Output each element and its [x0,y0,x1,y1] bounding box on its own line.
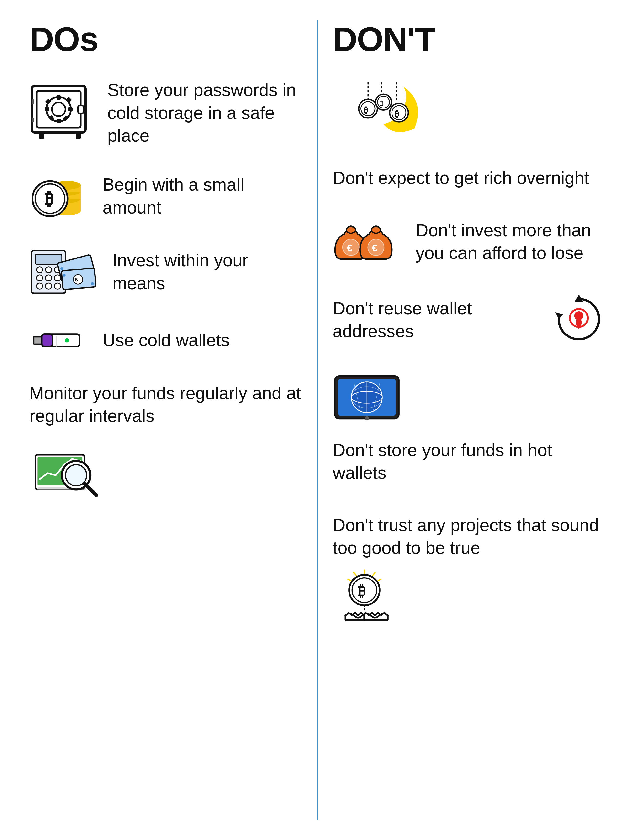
chart-magnifier-icon [29,437,102,501]
safe-icon [29,84,93,142]
svg-line-94 [378,579,381,581]
svg-rect-4 [57,95,61,100]
dont-item-reuse-wallet: Don't reuse wallet addresses [332,292,606,346]
dont-item-invest-more: € € Don't invest more than you can affor… [332,214,606,268]
svg-point-3 [52,103,65,116]
dont-item-reuse-wallet-text: Don't reuse wallet addresses [332,292,537,343]
svg-rect-12 [78,106,84,114]
dos-item-monitor: Monitor your funds regularly and at regu… [29,382,303,501]
svg-rect-7 [68,107,72,111]
svg-point-68 [378,96,389,108]
svg-point-44 [73,275,83,285]
dont-item-rich-overnight-text: Don't expect to get rich overnight [332,162,589,189]
svg-text:€: € [372,242,378,254]
dos-item-cold-wallets-text: Use cold wallets [102,329,230,352]
svg-point-54 [65,338,69,342]
donts-title: DON'T [332,19,606,59]
svg-rect-51 [42,334,52,346]
calculator-icon: € € [29,245,98,299]
main-container: DOs [0,0,635,840]
svg-text:₿: ₿ [364,106,368,114]
dos-item-small-amount-text: Begin with a small amount [102,173,303,219]
svg-line-60 [85,484,96,495]
svg-point-30 [46,267,52,273]
dont-item-too-good-text: Don't trust any projects that sound too … [332,509,606,559]
dont-item-invest-more-text: Don't invest more than you can afford to… [416,214,606,265]
svg-point-37 [54,283,61,289]
svg-point-71 [392,106,406,120]
svg-rect-5 [57,119,61,123]
svg-text:₿: ₿ [395,109,399,118]
svg-point-65 [361,102,375,116]
tablet-globe-icon [332,370,401,424]
svg-text:₿: ₿ [45,189,54,208]
svg-point-91 [365,416,369,420]
svg-rect-28 [35,254,62,264]
svg-rect-16 [32,118,34,122]
dont-item-too-good: Don't trust any projects that sound too … [332,509,606,628]
dont-item-rich-overnight: ₿ ₿ ₿ Don't expect to get rich overnight [332,79,606,189]
dont-item-hot-wallets: Don't store your funds in hot wallets [332,370,606,485]
usb-icon [29,323,88,357]
svg-point-35 [37,283,43,289]
svg-line-96 [348,579,350,581]
svg-point-76 [372,227,381,233]
svg-rect-15 [32,99,34,104]
dos-item-invest-means: € € Invest within your means [29,245,303,299]
svg-point-33 [46,275,52,281]
dos-item-cold-wallets: Use cold wallets [29,323,303,357]
moon-bitcoin-icon: ₿ ₿ ₿ [332,79,425,152]
svg-point-32 [37,275,43,281]
svg-rect-50 [35,338,42,343]
dos-item-store-passwords: Store your passwords in cold storage in … [29,79,303,147]
dos-title: DOs [29,19,303,59]
svg-text:₿: ₿ [358,583,366,599]
svg-text:₿: ₿ [380,99,383,107]
dos-item-small-amount: ₿ Begin with a small amount [29,172,303,221]
svg-point-34 [54,275,61,281]
location-refresh-icon [552,292,606,346]
svg-point-36 [46,283,52,289]
svg-line-93 [373,573,375,575]
money-bags-icon: € € [332,214,401,268]
bitcoin-coins-icon: ₿ [29,172,88,221]
svg-point-29 [37,267,43,273]
svg-point-73 [346,227,355,233]
dos-item-store-passwords-text: Store your passwords in cold storage in … [107,79,303,147]
svg-rect-14 [76,132,80,139]
donts-column: DON'T ₿ ₿ [318,19,620,821]
dont-item-hot-wallets-text: Don't store your funds in hot wallets [332,434,606,485]
svg-line-95 [354,573,356,575]
svg-text:€: € [347,242,353,254]
dos-item-invest-means-text: Invest within your means [112,249,303,295]
svg-rect-13 [39,132,44,139]
svg-rect-6 [45,107,49,111]
dos-column: DOs [15,19,317,821]
bitcoin-trap-icon: ₿ [332,569,396,628]
dos-item-monitor-text: Monitor your funds regularly and at regu… [29,382,303,428]
svg-marker-80 [555,312,563,319]
svg-text:€: € [75,276,78,283]
